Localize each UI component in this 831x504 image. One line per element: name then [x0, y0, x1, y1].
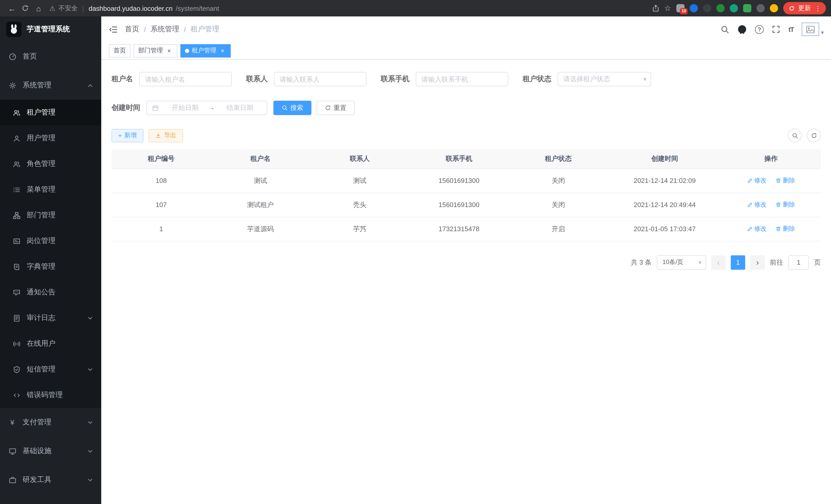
extension-icon-6[interactable] — [743, 4, 751, 12]
filter-buttons: 搜索 重置 — [274, 101, 354, 115]
tab-tenant[interactable]: 租户管理 × — [180, 44, 231, 57]
github-icon[interactable] — [738, 25, 747, 34]
tab-label: 租户管理 — [192, 46, 217, 55]
extension-icon-3[interactable] — [703, 4, 711, 12]
cell-tenant-name: 测试租户 — [211, 192, 310, 217]
search-icon — [282, 105, 288, 111]
search-button[interactable]: 搜索 — [274, 101, 311, 115]
sidebar-item-menu[interactable]: 菜单管理 — [0, 177, 101, 202]
close-icon[interactable]: × — [166, 47, 173, 54]
sidebar-item-infra[interactable]: 基础设施 — [0, 437, 101, 466]
tab-dept[interactable]: 部门管理 × — [134, 44, 177, 57]
sidebar-item-errcode[interactable]: 错误码管理 — [0, 382, 101, 408]
bookmark-star-icon[interactable]: ☆ — [664, 4, 671, 13]
search-icon[interactable] — [720, 25, 729, 34]
document-edit-icon — [12, 314, 21, 322]
font-size-icon[interactable]: tT — [789, 25, 794, 33]
pagination-total: 共 3 条 — [631, 258, 652, 267]
delete-link[interactable]: 删除 — [775, 225, 795, 233]
add-button[interactable]: + 新增 — [112, 129, 143, 142]
browser-menu-icon[interactable]: ⋮ — [814, 4, 821, 12]
cell-contact: 测试 — [310, 169, 409, 192]
sidebar-item-dict[interactable]: 字典管理 — [0, 254, 101, 279]
breadcrumb-system[interactable]: 系统管理 — [150, 25, 179, 34]
export-button[interactable]: 导出 — [148, 129, 183, 142]
contact-input[interactable] — [274, 72, 366, 86]
cell-tenant-id: 108 — [112, 169, 211, 192]
extension-icon-4[interactable] — [716, 4, 725, 12]
sidebar-item-label: 字典管理 — [27, 262, 56, 271]
extension-icon-8[interactable] — [770, 4, 778, 12]
toggle-search-button[interactable] — [788, 128, 802, 142]
browser-home-icon[interactable]: ⌂ — [32, 2, 45, 15]
user-avatar[interactable]: ▾ — [802, 23, 824, 36]
edit-link[interactable]: 修改 — [747, 200, 767, 209]
sidebar-item-online[interactable]: 在线用户 — [0, 331, 101, 357]
fullscreen-icon[interactable] — [772, 25, 780, 33]
next-page-button[interactable]: › — [750, 255, 765, 269]
sidebar-logo[interactable]: 芋道管理系统 — [0, 17, 101, 42]
puzzle-extensions-icon[interactable] — [756, 4, 765, 12]
date-range-picker[interactable]: 开始日期 - 结束日期 — [146, 101, 267, 115]
table-row: 108 测试 测试 15601691300 关闭 2021-12-14 21:0… — [112, 169, 821, 192]
collapse-menu-icon[interactable] — [101, 17, 125, 42]
browser-reload-icon[interactable] — [19, 2, 32, 15]
sidebar-item-label: 角色管理 — [27, 159, 56, 169]
trash-icon — [775, 202, 781, 208]
sidebar-item-sms[interactable]: 短信管理 — [0, 357, 101, 382]
sidebar-item-system[interactable]: 系统管理 — [0, 71, 101, 100]
chevron-down-icon — [87, 419, 93, 425]
sidebar-item-tenant[interactable]: 租户管理 — [0, 100, 101, 125]
sidebar-item-dept[interactable]: 部门管理 — [0, 202, 101, 228]
book-icon — [12, 263, 21, 271]
cell-tenant-id: 1 — [112, 217, 211, 241]
edit-link[interactable]: 修改 — [747, 176, 767, 185]
close-icon[interactable]: × — [219, 47, 226, 54]
phone-input[interactable] — [416, 72, 508, 86]
status-select[interactable]: 请选择租户状态 ▾ — [557, 72, 651, 86]
sidebar-item-label: 首页 — [23, 52, 37, 61]
export-button-label: 导出 — [164, 131, 176, 140]
sidebar-item-notice[interactable]: 通知公告 — [0, 279, 101, 305]
prev-page-button[interactable]: ‹ — [711, 255, 726, 269]
code-icon — [12, 391, 21, 399]
sidebar-item-label: 短信管理 — [27, 365, 56, 374]
tab-home[interactable]: 首页 — [109, 44, 131, 57]
sidebar-item-pay[interactable]: ¥ 支付管理 — [0, 408, 101, 437]
sidebar-item-post[interactable]: 岗位管理 — [0, 228, 101, 254]
org-tree-icon — [12, 211, 21, 219]
reset-button[interactable]: 重置 — [317, 101, 354, 115]
page-number-1[interactable]: 1 — [731, 255, 745, 269]
sidebar-item-tools[interactable]: 研发工具 — [0, 466, 101, 494]
help-icon[interactable]: ? — [755, 25, 764, 34]
security-label[interactable]: 不安全 — [58, 4, 78, 12]
sidebar-item-user[interactable]: 用户管理 — [0, 125, 101, 151]
toolbox-icon — [8, 476, 17, 484]
extension-icon-1[interactable]: 10 — [676, 4, 685, 12]
tenant-table: 租户编号 租户名 联系人 联系手机 租户状态 创建时间 操作 108 测试 — [112, 149, 821, 241]
browser-back-icon[interactable]: ← — [5, 2, 19, 15]
share-icon[interactable] — [652, 5, 659, 12]
sidebar-item-role[interactable]: 角色管理 — [0, 151, 101, 177]
tenant-name-input[interactable] — [139, 72, 232, 86]
edit-link[interactable]: 修改 — [747, 225, 767, 233]
filter-tenant-name: 租户名 — [112, 72, 232, 86]
address-bar[interactable]: ⚠ 不安全 | dashboard.yudao.iocoder.cn/syste… — [49, 4, 652, 12]
chrome-update-button[interactable]: 更新 ⋮ — [783, 2, 826, 14]
delete-link[interactable]: 删除 — [775, 176, 795, 185]
monitor-icon — [8, 447, 17, 455]
security-warning-icon: ⚠ — [49, 4, 55, 12]
goto-page-input[interactable] — [789, 255, 809, 269]
extension-icon-2[interactable] — [690, 4, 698, 12]
sidebar-item-home[interactable]: 首页 — [0, 42, 101, 71]
dashboard-icon — [8, 52, 17, 61]
breadcrumb: 首页 / 系统管理 / 租户管理 — [125, 25, 220, 34]
url-domain: dashboard.yudao.iocoder.cn — [89, 4, 173, 12]
extension-icon-5[interactable] — [730, 4, 738, 12]
breadcrumb-home[interactable]: 首页 — [125, 25, 139, 34]
table-row: 107 测试租户 秃头 15601691300 关闭 2021-12-14 20… — [112, 192, 821, 217]
page-size-select[interactable]: 10条/页 ▾ — [657, 255, 706, 269]
delete-link[interactable]: 删除 — [775, 200, 795, 209]
sidebar-item-audit[interactable]: 审计日志 — [0, 305, 101, 331]
refresh-table-button[interactable] — [807, 128, 821, 142]
